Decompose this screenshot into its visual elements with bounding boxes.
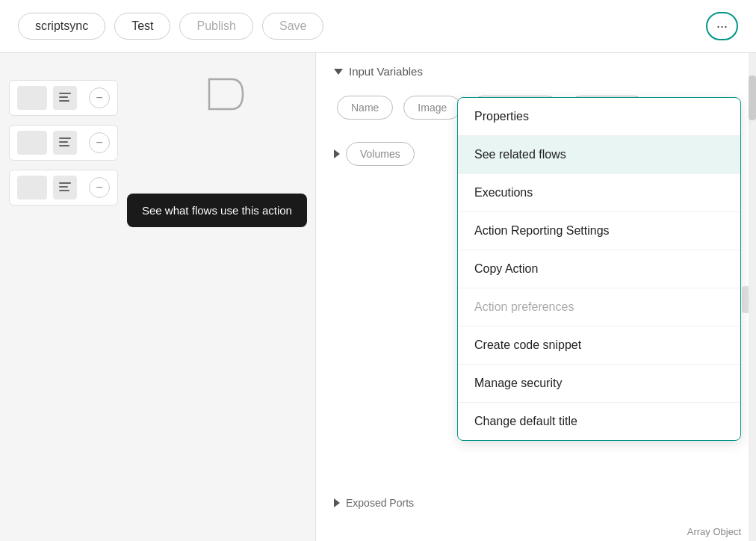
- svg-rect-8: [59, 190, 69, 191]
- canvas-area: − −: [0, 53, 315, 541]
- menu-item-action-reporting[interactable]: Action Reporting Settings: [458, 212, 740, 250]
- card-thumbnail: [17, 86, 47, 110]
- card-thumbnail: [17, 176, 47, 200]
- exposed-ports-section: Exposed Ports: [334, 497, 414, 509]
- svg-rect-7: [59, 186, 68, 188]
- remove-button[interactable]: −: [89, 132, 110, 153]
- test-button[interactable]: Test: [114, 13, 170, 40]
- save-button[interactable]: Save: [262, 13, 323, 40]
- publish-button[interactable]: Publish: [179, 13, 252, 40]
- volumes-pill[interactable]: Volumes: [346, 142, 415, 166]
- expand-icon: [334, 149, 340, 158]
- scrollbar-thumb[interactable]: [749, 75, 756, 120]
- svg-rect-5: [59, 145, 69, 146]
- list-item: −: [9, 125, 118, 161]
- menu-item-copy-action[interactable]: Copy Action: [458, 250, 740, 288]
- dropdown-menu: Properties See related flows Executions …: [457, 97, 741, 441]
- align-icon: [53, 86, 77, 110]
- input-variables-header: Input Variables: [328, 65, 744, 78]
- menu-item-create-code-snippet[interactable]: Create code snippet: [458, 327, 740, 365]
- list-item: −: [9, 80, 118, 116]
- svg-rect-3: [59, 137, 71, 139]
- canvas-shape: [202, 75, 247, 113]
- remove-button[interactable]: −: [89, 87, 110, 108]
- collapse-icon: [334, 69, 343, 75]
- scriptsync-button[interactable]: scriptsync: [18, 13, 105, 40]
- menu-item-action-preferences: Action preferences: [458, 288, 740, 327]
- top-bar: scriptsync Test Publish Save ···: [0, 0, 756, 53]
- list-item: −: [9, 170, 118, 205]
- svg-rect-4: [59, 141, 68, 143]
- menu-item-executions[interactable]: Executions: [458, 174, 740, 212]
- expand-icon-ports: [334, 498, 340, 507]
- svg-rect-2: [59, 100, 69, 102]
- left-sidebar: − −: [0, 68, 127, 217]
- menu-item-change-default-title[interactable]: Change default title: [458, 403, 740, 440]
- menu-item-see-related-flows[interactable]: See related flows: [458, 136, 740, 174]
- menu-item-properties[interactable]: Properties: [458, 98, 740, 136]
- array-object-label: Array Object: [687, 526, 741, 537]
- align-icon: [53, 176, 77, 200]
- tooltip: See what flows use this action: [127, 194, 307, 227]
- more-button[interactable]: ···: [706, 12, 738, 40]
- card-thumbnail: [17, 131, 47, 155]
- scrollbar[interactable]: [749, 53, 756, 541]
- menu-item-manage-security[interactable]: Manage security: [458, 365, 740, 403]
- svg-rect-0: [59, 93, 71, 94]
- var-pill-image[interactable]: Image: [403, 96, 461, 120]
- svg-rect-1: [59, 96, 68, 98]
- svg-rect-6: [59, 182, 71, 184]
- align-icon: [53, 131, 77, 155]
- var-pill-name[interactable]: Name: [337, 96, 393, 120]
- remove-button[interactable]: −: [89, 177, 110, 198]
